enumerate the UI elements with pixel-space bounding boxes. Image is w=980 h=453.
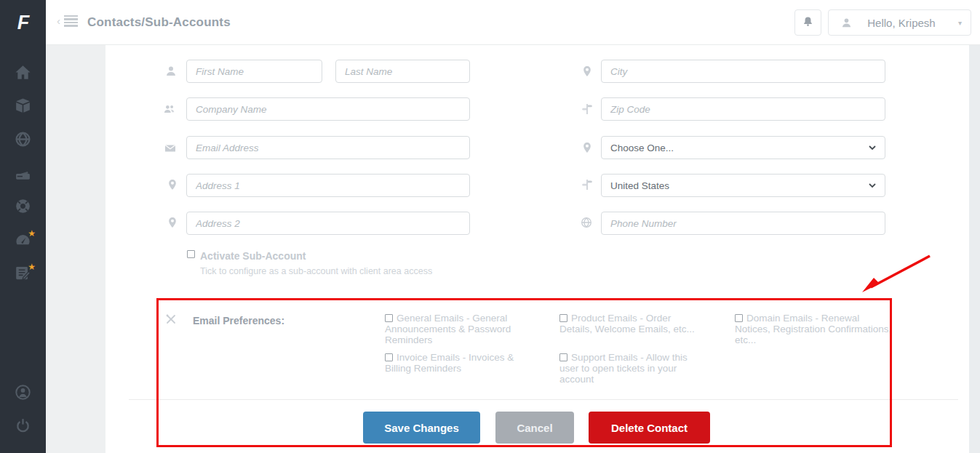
activate-sub-account-help: Tick to configure as a sub-account with … <box>200 266 432 276</box>
domain-emails-checkbox[interactable] <box>735 314 743 322</box>
state-select[interactable]: Choose One... <box>601 136 885 159</box>
menu-list-icon <box>64 15 78 27</box>
signpost-icon <box>581 103 593 115</box>
sidebar-collapse-toggle[interactable]: ‹ <box>57 15 78 27</box>
general-emails-checkbox[interactable] <box>385 314 393 322</box>
annotation-arrow-icon <box>848 242 939 304</box>
invoice-emails-checkbox[interactable] <box>385 353 393 361</box>
sidebar-item-home[interactable] <box>0 57 46 90</box>
activate-sub-account-label: Activate Sub-Account <box>200 250 306 262</box>
support-emails-checkbox[interactable] <box>559 353 567 361</box>
product-emails-checkbox[interactable] <box>559 314 567 322</box>
map-pin-icon <box>167 217 178 228</box>
pref-support-emails: Support Emails - Allow this user to open… <box>559 352 709 385</box>
country-select-value: United States <box>610 180 669 191</box>
delete-contact-button[interactable]: Delete Contact <box>589 412 710 444</box>
envelope-icon <box>164 143 176 154</box>
account-user-icon <box>15 384 31 404</box>
sidebar-item-support[interactable] <box>0 191 46 224</box>
pref-label: Support Emails - Allow this user to open… <box>559 352 688 385</box>
domains-globe-icon <box>15 131 31 151</box>
chevron-down-icon <box>868 181 877 192</box>
globe-icon <box>581 217 592 228</box>
activate-sub-account-checkbox[interactable] <box>187 250 195 258</box>
email-preferences-label: Email Preferences: <box>193 315 284 326</box>
user-greeting: Hello, Kripesh <box>845 17 958 29</box>
sidebar-item-account[interactable] <box>0 377 46 410</box>
chevron-down-icon: ▾ <box>958 19 962 27</box>
sidebar-item-logout[interactable] <box>0 410 46 444</box>
products-box-icon <box>15 97 31 117</box>
section-divider <box>129 399 958 400</box>
state-select-value: Choose One... <box>610 143 674 153</box>
page-title: Contacts/Sub-Accounts <box>87 15 231 30</box>
sidebar-item-domains[interactable] <box>0 124 46 157</box>
cancel-button[interactable]: Cancel <box>495 412 574 444</box>
sidebar: F ★ ★ <box>0 0 46 453</box>
country-select[interactable]: United States <box>601 174 885 197</box>
address2-input[interactable] <box>186 212 470 235</box>
zip-code-input[interactable] <box>601 97 885 121</box>
star-badge: ★ <box>28 263 36 270</box>
sidebar-item-quotes[interactable]: ★ <box>0 257 46 291</box>
logout-power-icon <box>15 417 31 437</box>
pref-label: Domain Emails - Renewal Notices, Registr… <box>735 313 891 345</box>
chevron-down-icon <box>868 143 877 154</box>
bell-icon <box>802 16 813 30</box>
brand-logo[interactable]: F <box>0 0 46 45</box>
sidebar-item-billing[interactable] <box>0 157 46 191</box>
map-pin-icon <box>581 65 593 77</box>
pref-domain-emails: Domain Emails - Renewal Notices, Registr… <box>735 313 893 345</box>
map-pin-icon <box>581 142 593 153</box>
collapsed-subnav-strip <box>46 45 105 453</box>
company-name-input[interactable] <box>186 97 470 121</box>
first-name-input[interactable] <box>186 60 322 83</box>
sidebar-item-affiliates[interactable]: ★ <box>0 224 46 257</box>
chevron-left-icon: ‹ <box>57 15 60 27</box>
activate-sub-account-row: Activate Sub-Account <box>187 250 306 262</box>
app-window: F ★ ★ <box>0 0 980 453</box>
email-address-input[interactable] <box>186 136 470 159</box>
page-background-strip <box>969 45 980 453</box>
user-menu-button[interactable]: Hello, Kripesh ▾ <box>828 9 971 36</box>
top-header: ‹ Contacts/Sub-Accounts Hello, Kripesh ▾ <box>46 0 980 45</box>
save-changes-button[interactable]: Save Changes <box>363 412 480 444</box>
notifications-button[interactable] <box>794 9 821 36</box>
pref-general-emails: General Emails - General Announcements &… <box>385 313 527 345</box>
map-pin-icon <box>167 179 178 191</box>
sidebar-item-products[interactable] <box>0 90 46 124</box>
pref-label: Invoice Emails - Invoices & Billing Remi… <box>385 352 514 374</box>
home-icon <box>15 64 31 84</box>
pref-invoice-emails: Invoice Emails - Invoices & Billing Remi… <box>385 352 534 374</box>
pref-label: General Emails - General Announcements &… <box>385 313 511 345</box>
star-badge: ★ <box>28 230 36 237</box>
support-lifering-icon <box>15 198 31 217</box>
billing-card-icon <box>15 164 31 184</box>
signpost-icon <box>581 179 593 191</box>
last-name-input[interactable] <box>335 60 470 83</box>
city-input[interactable] <box>601 60 885 83</box>
people-icon <box>164 103 175 115</box>
pref-product-emails: Product Emails - Order Details, Welcome … <box>559 313 705 334</box>
address1-input[interactable] <box>186 174 470 197</box>
person-icon <box>165 65 177 77</box>
pref-label: Product Emails - Order Details, Welcome … <box>559 313 695 334</box>
tools-icon <box>165 313 177 325</box>
phone-number-input[interactable] <box>601 212 885 235</box>
